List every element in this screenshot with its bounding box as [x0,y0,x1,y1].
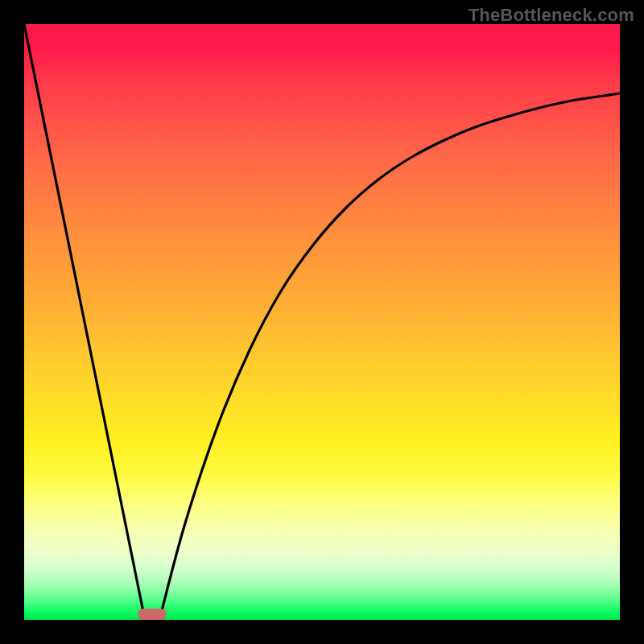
right-curve-path [159,93,620,620]
plot-area [24,24,620,620]
curve-layer [24,24,620,620]
watermark-text: TheBottleneck.com [469,5,634,26]
chart-frame: TheBottleneck.com [0,0,644,644]
optimum-marker [138,609,167,620]
left-slope-path [24,24,145,620]
